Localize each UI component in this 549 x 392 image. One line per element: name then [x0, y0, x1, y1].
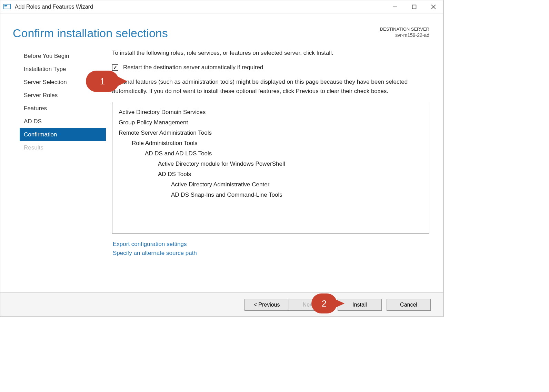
main-content: To install the following roles, role ser…	[112, 50, 429, 258]
selection-item: Active Directory module for Windows Powe…	[119, 159, 423, 169]
maximize-button[interactable]	[405, 0, 424, 13]
selection-item: AD DS Tools	[119, 169, 423, 179]
body-area: Before You BeginInstallation TypeServer …	[0, 40, 443, 258]
sidebar-item-before-you-begin[interactable]: Before You Begin	[20, 50, 106, 63]
window-controls	[385, 0, 443, 13]
selection-item: Active Directory Administrative Center	[119, 179, 423, 190]
footer-bar: < Previous Next > Install Cancel	[0, 292, 443, 317]
export-settings-link[interactable]: Export configuration settings	[113, 240, 429, 249]
destination-block: DESTINATION SERVER svr-m159-22-ad	[380, 27, 429, 38]
titlebar: Add Roles and Features Wizard	[0, 0, 443, 13]
sidebar-item-features[interactable]: Features	[20, 102, 106, 115]
intro-text: To install the following roles, role ser…	[112, 50, 429, 56]
selection-item: Active Directory Domain Services	[119, 107, 423, 117]
selections-list: Active Directory Domain ServicesGroup Po…	[112, 102, 429, 234]
destination-label: DESTINATION SERVER	[380, 27, 429, 32]
sidebar-item-confirmation[interactable]: Confirmation	[20, 128, 106, 141]
minimize-button[interactable]	[385, 0, 405, 13]
cancel-button[interactable]: Cancel	[387, 299, 431, 311]
window-title: Add Roles and Features Wizard	[15, 4, 93, 10]
selection-item: Remote Server Administration Tools	[119, 128, 423, 138]
selection-item: AD DS and AD LDS Tools	[119, 148, 423, 159]
links-area: Export configuration settings Specify an…	[112, 234, 429, 258]
titlebar-left: Add Roles and Features Wizard	[0, 3, 93, 11]
page-title: Confirm installation selections	[13, 27, 168, 40]
sidebar-item-results: Results	[20, 141, 106, 154]
svg-rect-2	[4, 7, 7, 7]
selection-item: Group Policy Management	[119, 117, 423, 128]
optional-text: Optional features (such as administratio…	[112, 77, 429, 96]
previous-button[interactable]: < Previous	[244, 299, 289, 311]
svg-rect-1	[4, 5, 7, 6]
svg-rect-4	[412, 5, 416, 9]
wizard-icon	[3, 3, 11, 11]
callout-1: 1	[86, 71, 119, 92]
destination-value: svr-m159-22-ad	[380, 32, 429, 38]
restart-checkbox-row: ✓ Restart the destination server automat…	[112, 64, 429, 71]
subheader: Confirm installation selections DESTINAT…	[0, 13, 443, 40]
selection-item: Role Administration Tools	[119, 138, 423, 148]
alternate-source-link[interactable]: Specify an alternate source path	[113, 249, 429, 258]
restart-checkbox-label: Restart the destination server automatic…	[123, 64, 263, 71]
callout-2: 2	[311, 293, 337, 313]
restart-checkbox[interactable]: ✓	[112, 64, 118, 71]
close-button[interactable]	[424, 0, 443, 13]
selection-item: AD DS Snap-Ins and Command-Line Tools	[119, 190, 423, 200]
sidebar-item-ad-ds[interactable]: AD DS	[20, 115, 106, 128]
